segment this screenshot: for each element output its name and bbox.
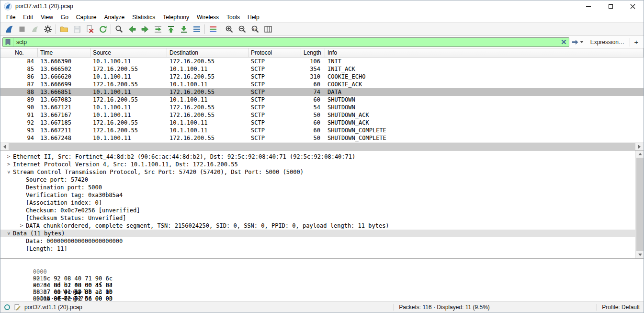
- capture-comment-icon[interactable]: [14, 304, 21, 311]
- expand-chevron-icon[interactable]: [17, 199, 26, 207]
- scroll-up-button[interactable]: [636, 151, 644, 158]
- expand-chevron-icon[interactable]: [17, 237, 26, 245]
- capture-options-button[interactable]: [41, 23, 54, 35]
- packet-row[interactable]: 89 13.667083 172.16.200.55 10.1.100.11 S…: [0, 96, 644, 104]
- filter-bookmark-button[interactable]: [3, 38, 13, 46]
- hex-row[interactable]: 0000 92 5c 92 08 40 71 90 6c ac 44 8d b2…: [5, 262, 644, 268]
- expand-chevron-icon[interactable]: >: [4, 153, 13, 161]
- expert-info-icon[interactable]: [4, 304, 10, 310]
- scroll-right-button[interactable]: [635, 142, 644, 151]
- packet-row[interactable]: 88 13.666851 10.1.100.11 172.16.200.55 S…: [0, 88, 644, 96]
- filter-history-caret-icon[interactable]: [580, 41, 584, 43]
- scroll-right-icon: [638, 145, 641, 149]
- column-header-time[interactable]: Time: [38, 48, 90, 57]
- menu-item[interactable]: Edit: [19, 13, 37, 22]
- column-header-length[interactable]: Length: [301, 48, 325, 57]
- zoom-in-button[interactable]: [223, 23, 236, 35]
- display-filter-input[interactable]: [13, 38, 559, 46]
- vertical-scroll-thumb[interactable]: [636, 158, 644, 251]
- filter-clear-button[interactable]: [559, 38, 569, 46]
- expand-chevron-icon[interactable]: [17, 191, 26, 199]
- detail-line[interactable]: > Stream Control Transmission Protocol, …: [0, 168, 644, 176]
- horizontal-scroll-thumb[interactable]: [9, 143, 635, 150]
- detail-line[interactable]: Data: 0000000000000000000000: [0, 237, 644, 245]
- column-header-info[interactable]: Info: [325, 48, 644, 57]
- packet-row[interactable]: 85 13.666502 172.16.200.55 10.1.100.11 S…: [0, 65, 644, 73]
- menu-item[interactable]: File: [2, 13, 19, 22]
- packet-row[interactable]: 87 13.666699 172.16.200.55 10.1.100.11 S…: [0, 81, 644, 88]
- detail-line[interactable]: Destination port: 5000: [0, 184, 644, 191]
- close-file-icon: [85, 24, 95, 34]
- expand-chevron-icon[interactable]: [17, 245, 26, 253]
- expand-chevron-icon[interactable]: [17, 184, 26, 191]
- packet-row[interactable]: 91 13.667167 10.1.100.11 172.16.200.55 S…: [0, 111, 644, 119]
- expand-chevron-icon[interactable]: >: [5, 229, 12, 238]
- expand-chevron-icon[interactable]: [17, 207, 26, 214]
- packet-time: 13.667248: [38, 134, 90, 142]
- packet-row[interactable]: 86 13.666620 10.1.100.11 172.16.200.55 S…: [0, 73, 644, 81]
- menu-item[interactable]: Tools: [223, 13, 244, 22]
- menu-item[interactable]: View: [37, 13, 57, 22]
- column-header-source[interactable]: Source: [90, 48, 167, 57]
- packet-row[interactable]: 90 13.667121 10.1.100.11 172.16.200.55 S…: [0, 104, 644, 111]
- menu-item[interactable]: Wireless: [193, 13, 223, 22]
- packet-no: 88: [0, 88, 38, 96]
- zoom-100-button[interactable]: 1:1: [249, 23, 261, 35]
- column-header-no[interactable]: No.: [0, 48, 38, 57]
- column-header-protocol[interactable]: Protocol: [249, 48, 301, 57]
- hex-row[interactable]: 0010 00 3c 00 01 40 00 3f 84 58 e7 0a 01…: [5, 268, 644, 275]
- scroll-left-button[interactable]: [0, 142, 9, 151]
- resize-columns-button[interactable]: [261, 23, 274, 35]
- go-forward-button[interactable]: [138, 23, 151, 35]
- profile-selector[interactable]: Profile: Default: [602, 304, 640, 311]
- go-last-packet-button[interactable]: [177, 23, 190, 35]
- packet-row[interactable]: 94 13.667248 10.1.100.11 172.16.200.55 S…: [0, 134, 644, 142]
- add-filter-button[interactable]: +: [631, 38, 642, 46]
- expand-chevron-icon[interactable]: >: [17, 222, 26, 230]
- detail-line[interactable]: > Internet Protocol Version 4, Src: 10.1…: [0, 161, 644, 168]
- menu-item[interactable]: Statistics: [128, 13, 159, 22]
- go-back-button[interactable]: [125, 23, 138, 35]
- detail-line[interactable]: > DATA chunk(ordered, complete segment, …: [0, 222, 644, 230]
- detail-line[interactable]: Source port: 57420: [0, 176, 644, 184]
- go-first-packet-button[interactable]: [164, 23, 177, 35]
- menu-item[interactable]: Go: [57, 13, 72, 22]
- close-button[interactable]: [621, 0, 644, 12]
- detail-line[interactable]: Checksum: 0x0c7e0256 [unverified]: [0, 207, 644, 214]
- detail-line[interactable]: > Ethernet II, Src: Fortinet_44:8d:b2 (9…: [0, 153, 644, 161]
- filter-apply-button[interactable]: [569, 39, 586, 45]
- menu-item[interactable]: Help: [244, 13, 263, 22]
- detail-line[interactable]: [Association index: 0]: [0, 199, 644, 207]
- packet-row[interactable]: 92 13.667185 172.16.200.55 10.1.100.11 S…: [0, 119, 644, 127]
- expand-chevron-icon[interactable]: [17, 176, 26, 184]
- zoom-out-button[interactable]: [236, 23, 249, 35]
- save-file-icon: [72, 24, 82, 34]
- clear-filter-icon: [561, 39, 566, 45]
- auto-scroll-button[interactable]: [190, 23, 203, 35]
- detail-line[interactable]: Verification tag: 0xa30b85a4: [0, 191, 644, 199]
- reload-file-button[interactable]: [96, 23, 109, 35]
- detail-line[interactable]: [Checksum Status: Unverified]: [0, 214, 644, 222]
- reload-file-icon: [98, 24, 108, 34]
- menu-item[interactable]: Analyze: [101, 13, 129, 22]
- expression-button[interactable]: Expression…: [586, 39, 629, 46]
- minimize-button[interactable]: [577, 0, 599, 12]
- start-capture-button[interactable]: [2, 23, 15, 35]
- detail-line[interactable]: > Data (11 bytes): [0, 230, 644, 237]
- menu-item[interactable]: Telephony: [159, 13, 193, 22]
- menu-item[interactable]: Capture: [72, 13, 101, 22]
- column-header-destination[interactable]: Destination: [167, 48, 249, 57]
- packet-row[interactable]: 93 13.667211 172.16.200.55 10.1.100.11 S…: [0, 127, 644, 134]
- go-to-packet-button[interactable]: [151, 23, 164, 35]
- detail-line[interactable]: [Length: 11]: [0, 245, 644, 253]
- scroll-down-button[interactable]: [636, 251, 644, 258]
- maximize-button[interactable]: [599, 0, 621, 12]
- expand-chevron-icon[interactable]: [17, 214, 26, 222]
- colorize-packets-button[interactable]: [206, 23, 219, 35]
- packet-row[interactable]: 84 13.666390 10.1.100.11 172.16.200.55 S…: [0, 58, 644, 65]
- expand-chevron-icon[interactable]: >: [5, 168, 12, 176]
- open-file-button[interactable]: [57, 23, 70, 35]
- expand-chevron-icon[interactable]: >: [4, 161, 13, 168]
- find-packet-button[interactable]: [113, 23, 125, 35]
- close-file-button[interactable]: [83, 23, 96, 35]
